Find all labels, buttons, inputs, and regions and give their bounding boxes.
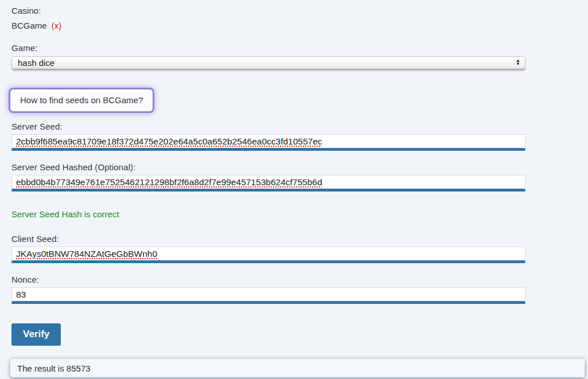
verify-button[interactable]: Verify [11, 323, 61, 346]
server-seed-input[interactable] [11, 134, 525, 151]
nonce-input[interactable] [11, 287, 525, 304]
server-seed-field: Server Seed: [11, 122, 588, 151]
server-seed-hashed-label: Server Seed Hashed (Optional): [11, 162, 588, 172]
game-label: Game: [11, 43, 588, 53]
client-seed-input[interactable] [11, 247, 525, 263]
game-select-value: hash dice [12, 58, 54, 68]
casino-name: BCGame [11, 21, 47, 30]
result-bar: The result is 85573 [10, 359, 585, 377]
server-seed-hashed-field: Server Seed Hashed (Optional): [11, 162, 588, 192]
how-to-find-seeds-button[interactable]: How to find seeds on BCGame? [10, 89, 153, 111]
client-seed-field: Client Seed: [11, 234, 588, 263]
verifier-form: Casino: BCGame (x) Game: hash dice ▲ ▼ H… [0, 0, 588, 377]
server-seed-label: Server Seed: [11, 122, 588, 131]
game-select[interactable]: hash dice ▲ ▼ [11, 56, 525, 70]
select-up-down-icon: ▲ ▼ [516, 57, 520, 66]
nonce-label: Nonce: [11, 275, 588, 284]
select-down-arrow-icon: ▼ [516, 62, 520, 66]
result-text: The result is 85573 [17, 364, 91, 373]
server-seed-hashed-input[interactable] [11, 175, 525, 192]
nonce-field: Nonce: [11, 275, 588, 304]
remove-casino-link[interactable]: (x) [52, 21, 62, 30]
casino-value-row: BCGame (x) [11, 21, 588, 30]
hash-status-message: Server Seed Hash is correct [11, 209, 588, 219]
casino-label: Casino: [11, 6, 588, 15]
client-seed-label: Client Seed: [11, 234, 588, 244]
